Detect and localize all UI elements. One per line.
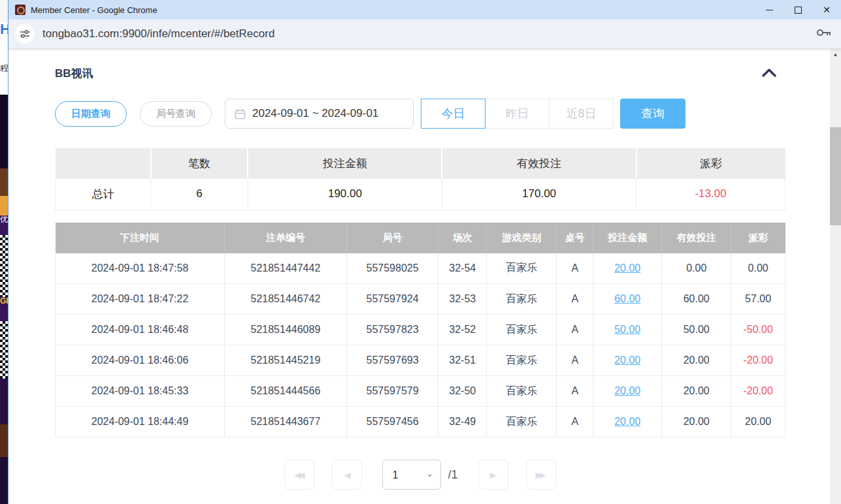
key-icon <box>816 27 832 38</box>
table-no-cell: A <box>557 345 593 376</box>
chevron-up-icon <box>761 67 778 78</box>
game-type-cell: 百家乐 <box>487 345 557 376</box>
bet-id-cell: 521851446089 <box>225 315 347 345</box>
tune-icon <box>19 28 31 40</box>
bg-text-gf: GF <box>0 297 8 305</box>
bet-amount-link[interactable]: 20.00 <box>614 385 640 396</box>
round-id-cell: 557597924 <box>346 284 438 315</box>
bet-amount-link[interactable]: 20.00 <box>614 262 640 274</box>
payout-cell: 20.00 <box>731 407 785 437</box>
bet-amount-link[interactable]: 20.00 <box>614 354 640 366</box>
table-header-row: 下注时间 注单编号 局号 场次 游戏类别 桌号 投注金额 有效投注 派彩 <box>56 223 785 253</box>
scrollbar-thumb[interactable] <box>830 127 841 225</box>
bet-time-cell: 2024-09-01 18:47:58 <box>56 253 225 284</box>
bet-amount-cell: 20.00 <box>593 376 662 407</box>
today-button[interactable]: 今日 <box>421 99 486 129</box>
qr-code-fragment <box>0 235 8 297</box>
table-row: 2024-09-01 18:46:06 521851445219 5575976… <box>56 345 785 376</box>
search-button[interactable]: 查询 <box>620 99 685 129</box>
header-bet-amount: 投注金额 <box>593 223 662 253</box>
quick-range-group: 今日 昨日 近8日 <box>421 99 614 129</box>
game-type-cell: 百家乐 <box>487 407 557 437</box>
background-fragment <box>0 0 8 22</box>
summary-total-row: 总计 6 190.00 170.00 -13.00 <box>56 179 785 210</box>
table-no-cell: A <box>557 253 593 284</box>
prev-page-button[interactable]: ◀ <box>332 460 362 490</box>
bet-amount-link[interactable]: 60.00 <box>614 293 640 304</box>
summary-header-row: 笔数 投注金额 有效投注 派彩 <box>56 148 785 179</box>
bet-time-cell: 2024-09-01 18:46:06 <box>56 345 225 376</box>
summary-total-label: 总计 <box>56 179 151 210</box>
maximize-button[interactable] <box>783 0 812 20</box>
summary-header-count: 笔数 <box>151 148 248 179</box>
scrollbar-up-arrow-icon[interactable]: ▲ <box>830 52 841 57</box>
round-id-cell: 557597456 <box>346 407 438 437</box>
minimize-button[interactable] <box>755 0 783 20</box>
last-8-days-button[interactable]: 近8日 <box>549 99 614 129</box>
bet-time-cell: 2024-09-01 18:45:33 <box>56 376 225 407</box>
valid-bet-cell: 20.00 <box>662 407 731 437</box>
game-type-cell: 百家乐 <box>487 315 557 345</box>
table-row: 2024-09-01 18:44:49 521851443677 5575974… <box>56 407 785 437</box>
password-manager-button[interactable] <box>816 27 832 40</box>
next-page-button[interactable]: ▶ <box>478 460 508 490</box>
close-button[interactable]: ✕ <box>812 0 841 20</box>
page-select[interactable]: 1 <box>382 460 441 490</box>
header-payout: 派彩 <box>731 223 785 253</box>
table-no-cell: A <box>557 407 593 437</box>
minimize-icon <box>766 10 773 10</box>
chrome-window: Member Center - Google Chrome ✕ tongbao3… <box>8 0 841 504</box>
bg-text-you: 优 <box>0 215 8 223</box>
first-page-button[interactable]: ◀◀ <box>284 460 314 490</box>
bet-amount-cell: 20.00 <box>593 407 662 437</box>
date-range-value: 2024-09-01 ~ 2024-09-01 <box>252 107 378 120</box>
bet-amount-cell: 20.00 <box>593 253 662 284</box>
bet-time-cell: 2024-09-01 18:46:48 <box>56 315 225 345</box>
round-id-cell: 557597693 <box>346 345 438 376</box>
table-no-cell: A <box>557 315 593 345</box>
bg-text-cheng: 程 <box>0 64 8 72</box>
collapse-section-button[interactable] <box>761 67 778 80</box>
valid-bet-cell: 0.00 <box>662 253 731 284</box>
page-total: /1 <box>448 468 457 482</box>
bet-id-cell: 521851443677 <box>225 407 347 437</box>
summary-header-blank <box>56 148 151 179</box>
vertical-scrollbar[interactable]: ▲ <box>830 49 841 504</box>
bet-time-cell: 2024-09-01 18:47:22 <box>56 284 225 315</box>
yesterday-button[interactable]: 昨日 <box>485 99 550 129</box>
summary-payout: -13.00 <box>636 179 785 210</box>
session-cell: 32-52 <box>438 315 487 345</box>
table-no-cell: A <box>557 284 593 315</box>
round-query-tab[interactable]: 局号查询 <box>140 101 212 127</box>
payout-cell: 0.00 <box>731 253 785 284</box>
close-icon: ✕ <box>823 5 831 14</box>
browser-toolbar: tongbao31.com:9900/infe/mcenter/#/betRec… <box>8 20 841 49</box>
bet-id-cell: 521851445219 <box>225 345 347 376</box>
table-row: 2024-09-01 18:46:48 521851446089 5575978… <box>56 315 785 345</box>
table-no-cell: A <box>557 376 593 407</box>
last-page-button[interactable]: ▶▶ <box>526 460 556 490</box>
header-bet-id: 注单编号 <box>225 223 347 253</box>
bet-amount-link[interactable]: 50.00 <box>614 324 640 335</box>
payout-cell: -20.00 <box>731 345 785 376</box>
summary-table: 笔数 投注金额 有效投注 派彩 总计 6 190.00 170.00 -13.0… <box>55 148 785 210</box>
summary-header-valid-bet: 有效投注 <box>442 148 636 179</box>
double-arrow-right-icon: ▶▶ <box>536 470 546 480</box>
window-titlebar: Member Center - Google Chrome ✕ <box>8 0 841 20</box>
bet-amount-link[interactable]: 20.00 <box>614 416 640 427</box>
session-cell: 32-50 <box>438 376 487 407</box>
site-controls-button[interactable] <box>15 24 35 44</box>
date-range-input[interactable]: 2024-09-01 ~ 2024-09-01 <box>225 99 414 129</box>
bet-id-cell: 521851447442 <box>225 253 347 284</box>
bet-id-cell: 521851444566 <box>225 376 347 407</box>
header-game-type: 游戏类别 <box>487 223 557 253</box>
header-valid-bet: 有效投注 <box>662 223 731 253</box>
bet-time-cell: 2024-09-01 18:44:49 <box>56 407 225 437</box>
summary-header-bet-amount: 投注金额 <box>248 148 442 179</box>
date-query-tab[interactable]: 日期查询 <box>55 101 127 127</box>
valid-bet-cell: 50.00 <box>662 315 731 345</box>
table-row: 2024-09-01 18:45:33 521851444566 5575975… <box>56 376 785 407</box>
url-bar[interactable]: tongbao31.com:9900/infe/mcenter/#/betRec… <box>42 27 274 40</box>
bet-record-table: 下注时间 注单编号 局号 场次 游戏类别 桌号 投注金额 有效投注 派彩 202… <box>55 223 785 438</box>
summary-header-payout: 派彩 <box>636 148 785 179</box>
